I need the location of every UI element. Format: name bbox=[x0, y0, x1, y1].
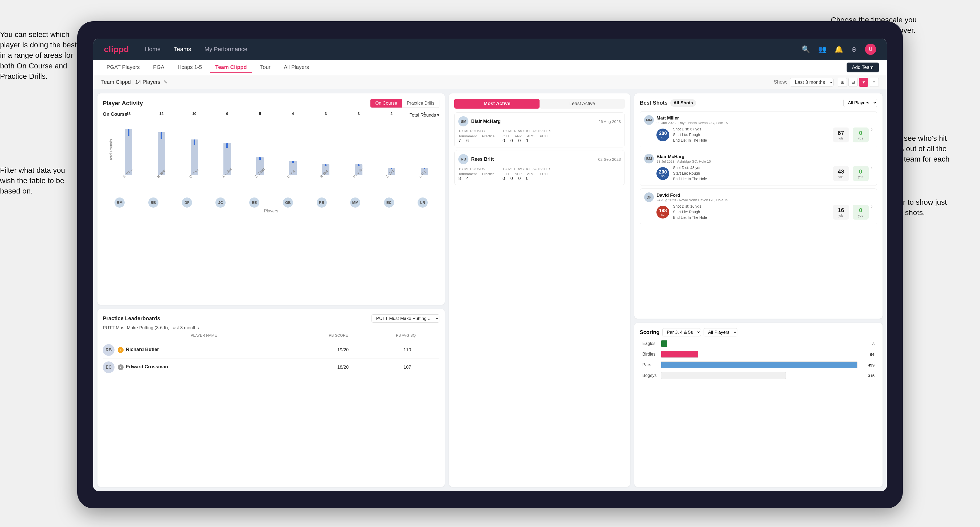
drill-dropdown[interactable]: PUTT Must Make Putting ... bbox=[371, 314, 439, 322]
shot-avatar-1: MM bbox=[644, 115, 654, 125]
practice-act-row-1: GTT APP ARG PUTT bbox=[503, 134, 551, 138]
shot-row-3[interactable]: DF David Ford 24 Aug 2023 · Royal North … bbox=[640, 189, 877, 224]
scoring-val-0: 3 bbox=[872, 341, 875, 346]
player-pb-avg-2: 107 bbox=[375, 365, 440, 370]
nav-home[interactable]: Home bbox=[145, 46, 161, 53]
app-val-2: 0 bbox=[510, 176, 513, 181]
tab-pga[interactable]: PGA bbox=[148, 62, 170, 73]
players-filter-dropdown[interactable]: All Players bbox=[843, 99, 877, 107]
active-player-name-1: BM Blair McHarg bbox=[458, 116, 501, 126]
tab-all-players[interactable]: All Players bbox=[278, 62, 314, 73]
search-icon[interactable]: 🔍 bbox=[802, 45, 810, 54]
practice-drills-toggle[interactable]: Practice Drills bbox=[402, 99, 439, 108]
scoring-val-1: 96 bbox=[870, 352, 875, 357]
scoring-val-2: 499 bbox=[868, 363, 875, 367]
shot-player-header-3: DF David Ford 24 Aug 2023 · Royal North … bbox=[644, 192, 869, 202]
best-shots-tabs: All Shots bbox=[670, 99, 696, 107]
least-active-tab[interactable]: Least Active bbox=[539, 99, 625, 109]
bar-1[interactable] bbox=[158, 132, 165, 175]
edit-icon[interactable]: ✎ bbox=[164, 79, 167, 85]
putt-val-1: 1 bbox=[526, 138, 528, 143]
bar-wrapper-4 bbox=[256, 116, 264, 175]
scoring-bar-wrap-1 bbox=[661, 351, 868, 358]
user-avatar[interactable]: U bbox=[865, 44, 876, 55]
practice-group-1: Total Practice Activities GTT APP ARG PU… bbox=[503, 129, 551, 143]
team-header: Team Clippd | 14 Players ✎ Show: Last 3 … bbox=[93, 75, 887, 89]
player-name-2: 2 Edward Crossman bbox=[118, 364, 311, 370]
scoring-bar-wrap-0 bbox=[661, 340, 870, 347]
tab-team-clippd[interactable]: Team Clippd bbox=[210, 62, 252, 73]
shot-name-group-1: Matt Miller 09 Jun 2023 · Royal North De… bbox=[657, 116, 727, 125]
shot-row-2[interactable]: BM Blair McHarg 23 Jul 2023 · Ashridge G… bbox=[640, 150, 877, 186]
badge-silver-2: 2 bbox=[118, 364, 124, 370]
bar-wrapper-2 bbox=[191, 116, 198, 175]
active-player-row-1: BM Blair McHarg 26 Aug 2023 Total Rounds… bbox=[454, 112, 625, 148]
shot-name-group-2: Blair McHarg 23 Jul 2023 · Ashridge GC, … bbox=[657, 154, 711, 163]
bar-wrapper-1 bbox=[158, 116, 165, 175]
leaderboard-table-header: PLAYER NAME PB SCORE PB AVG SQ bbox=[103, 333, 439, 339]
tablet-frame: clippd Home Teams My Performance 🔍 👥 🔔 ⊕… bbox=[77, 21, 903, 508]
shot-row-1[interactable]: MM Matt Miller 09 Jun 2023 · Royal North… bbox=[640, 111, 877, 147]
tab-pgat[interactable]: PGAT Players bbox=[101, 62, 145, 73]
bar-chart: Total Rounds 13 B. McHarg 12 B. Britt 10 bbox=[103, 121, 439, 196]
bar-value-3: 9 bbox=[226, 111, 228, 116]
bar-group-2: 10 D. Ford bbox=[179, 111, 209, 180]
active-stats-1: Total Rounds Tournament Practice 7 6 bbox=[458, 129, 621, 143]
shot-player-sub-2: 23 Jul 2023 · Ashridge GC, Hole 15 bbox=[657, 159, 711, 163]
scoring-bar-row-1: Birdies 96 bbox=[642, 351, 875, 358]
add-circle-icon[interactable]: ⊕ bbox=[851, 45, 857, 54]
time-filter-dropdown[interactable]: Last 3 months bbox=[790, 78, 834, 86]
gtt-label: GTT bbox=[503, 134, 509, 138]
rounds-row-2: Tournament Practice bbox=[458, 172, 495, 176]
practice-act-row-2: GTT APP ARG PUTT bbox=[503, 172, 551, 176]
shot-player-header-2: BM Blair McHarg 23 Jul 2023 · Ashridge G… bbox=[644, 154, 869, 163]
on-course-toggle[interactable]: On Course bbox=[371, 99, 402, 108]
annotation-filter: Filter what data you wish the table to b… bbox=[0, 165, 80, 197]
favorite-view-btn[interactable]: ♥ bbox=[859, 78, 868, 87]
rounds-group-2: Total Rounds Tournament Practice 8 4 bbox=[458, 167, 495, 181]
bar-group-9: 2 L. Robertson bbox=[409, 111, 439, 180]
active-date-2: 02 Sep 2023 bbox=[598, 157, 621, 162]
grid-view-btn[interactable]: ⊞ bbox=[838, 78, 847, 87]
add-team-button[interactable]: Add Team bbox=[846, 62, 879, 72]
nav-icons: 🔍 👥 🔔 ⊕ U bbox=[802, 44, 876, 55]
putt-label: PUTT bbox=[540, 134, 549, 138]
players-scoring-dropdown[interactable]: All Players bbox=[703, 328, 737, 337]
shot-player-name-3: David Ford bbox=[657, 193, 728, 198]
gtt-label-2: GTT bbox=[503, 172, 509, 176]
shot-badge-2: 200 SG bbox=[657, 167, 669, 180]
scoring-bar-1 bbox=[661, 351, 698, 358]
chart-avatar-3: JC bbox=[215, 197, 226, 208]
shot-stat-dist-3: 16 yds bbox=[833, 205, 849, 220]
active-player-header-1: BM Blair McHarg 26 Aug 2023 bbox=[458, 116, 621, 126]
leaderboard-header: Practice Leaderboards PUTT Must Make Put… bbox=[103, 314, 439, 322]
chart-avatar-2: DF bbox=[182, 197, 192, 208]
list-view-btn[interactable]: ⊟ bbox=[848, 78, 858, 87]
most-active-card: Most Active Least Active BM Blair McHarg… bbox=[449, 94, 630, 487]
scoring-bar-3 bbox=[661, 372, 786, 379]
putt-val-2: 0 bbox=[526, 176, 528, 181]
col-player-name: PLAYER NAME bbox=[103, 333, 305, 338]
active-player-row-2: RB Rees Britt 02 Sep 2023 Total Rounds T… bbox=[454, 150, 625, 185]
top-nav: clippd Home Teams My Performance 🔍 👥 🔔 ⊕… bbox=[93, 39, 887, 60]
users-icon[interactable]: 👥 bbox=[818, 45, 827, 54]
bell-icon[interactable]: 🔔 bbox=[835, 45, 843, 54]
app-label-2: APP bbox=[515, 172, 522, 176]
practice-val-2: 4 bbox=[466, 176, 469, 181]
active-player-header-2: RB Rees Britt 02 Sep 2023 bbox=[458, 154, 621, 164]
par-filter-dropdown[interactable]: Par 3, 4 & 5s bbox=[662, 328, 701, 337]
shot-text-3: Shot Dist: 16 yds Start Lie: Rough End L… bbox=[673, 204, 829, 221]
most-active-tab[interactable]: Most Active bbox=[454, 99, 539, 109]
all-shots-tab[interactable]: All Shots bbox=[670, 99, 696, 107]
player-pb-score-2: 18/20 bbox=[311, 365, 375, 370]
detail-view-btn[interactable]: ≡ bbox=[870, 78, 879, 87]
app-val-1: 0 bbox=[510, 138, 513, 143]
rounds-label-1: Total Rounds bbox=[458, 129, 495, 133]
leaderboard-row-1: RB 1 Richard Butler 19/20 110 bbox=[103, 341, 439, 359]
chart-avatar-7: MM bbox=[350, 197, 360, 208]
nav-teams[interactable]: Teams bbox=[174, 46, 191, 53]
tab-hcaps[interactable]: Hcaps 1-5 bbox=[172, 62, 207, 73]
col-pb-avg: PB AVG SQ bbox=[372, 333, 439, 338]
tab-tour[interactable]: Tour bbox=[255, 62, 276, 73]
nav-performance[interactable]: My Performance bbox=[205, 46, 247, 53]
